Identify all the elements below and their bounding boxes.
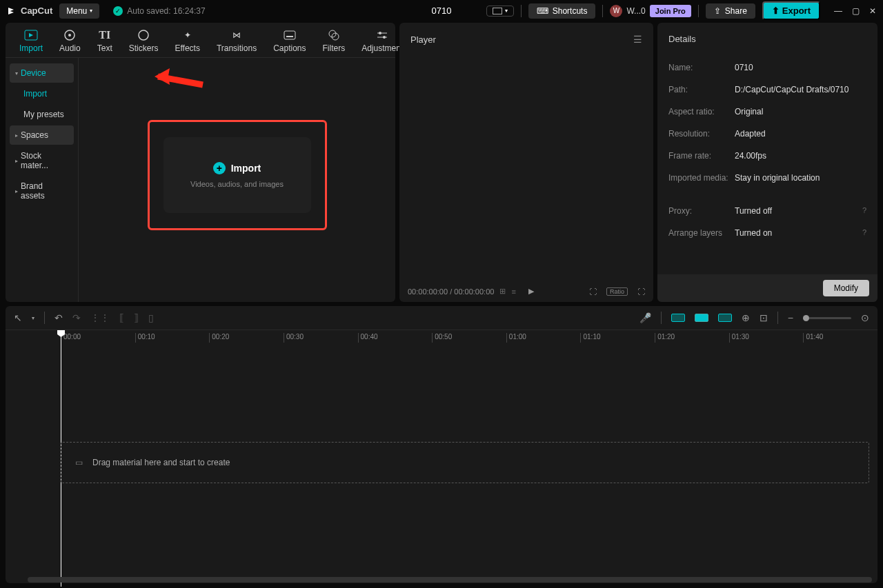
titlebar: CapCut Menu ▾ ✓ Auto saved: 16:24:37 071… — [0, 0, 883, 21]
tab-import[interactable]: Import — [11, 27, 51, 57]
modify-button[interactable]: Modify — [823, 280, 869, 296]
caret-right-icon: ▸ — [15, 188, 18, 194]
undo-button[interactable]: ↶ — [54, 312, 63, 323]
export-icon: ⬆ — [772, 6, 780, 16]
magnet-icon[interactable]: ⊕ — [742, 312, 750, 323]
tab-effects[interactable]: ✦ Effects — [166, 27, 208, 57]
aspect-ratio-button[interactable]: ▾ — [486, 6, 514, 17]
player-controls: 00:00:00:00 / 00:00:00:00 ⊞ ≡ ▶ ⛶ Ratio … — [399, 281, 653, 302]
ruler-tick: 01:10 — [580, 333, 655, 343]
svg-point-9 — [379, 32, 381, 34]
redo-button[interactable]: ↷ — [72, 312, 81, 323]
chevron-down-icon: ▾ — [90, 8, 92, 14]
play-button[interactable]: ▶ — [528, 287, 534, 296]
ruler-tick: 00:30 — [284, 333, 358, 343]
marker-tool-3[interactable] — [718, 314, 732, 322]
sidebar-import[interactable]: Import — [10, 84, 74, 103]
tab-filters[interactable]: Filters — [315, 27, 354, 57]
mic-icon[interactable]: 🎤 — [639, 312, 651, 323]
project-title: 0710 — [432, 6, 452, 16]
ratio-button[interactable]: Ratio — [606, 287, 628, 296]
list-icon[interactable]: ≡ — [511, 287, 515, 296]
tab-stickers[interactable]: Stickers — [121, 27, 167, 57]
tab-transitions[interactable]: ⋈ Transitions — [208, 27, 265, 57]
ruler-tick: 00:10 — [135, 333, 210, 343]
svg-point-3 — [139, 30, 148, 40]
caret-right-icon: ▸ — [15, 132, 18, 139]
player-menu-icon[interactable]: ☰ — [633, 34, 642, 45]
timeline-ruler[interactable]: 00:00 00:10 00:20 00:30 00:40 00:50 01:0… — [6, 330, 877, 345]
detail-fps: Frame rate:24.00fps — [668, 145, 866, 167]
tab-audio[interactable]: Audio — [51, 27, 89, 57]
shortcuts-button[interactable]: ⌨ Shortcuts — [528, 3, 596, 19]
effects-icon: ✦ — [181, 28, 195, 42]
svg-rect-4 — [284, 31, 295, 39]
help-icon[interactable]: ? — [862, 228, 866, 238]
check-icon: ✓ — [113, 6, 123, 16]
adjustment-icon — [375, 28, 389, 42]
ruler-tick: 01:30 — [729, 333, 804, 343]
zoom-out-icon[interactable]: − — [788, 312, 793, 323]
svg-rect-5 — [286, 36, 293, 37]
text-icon: TI — [98, 28, 112, 42]
top-tabs: Import Audio TI Text Stickers ✦ Effects … — [6, 23, 395, 58]
red-arrow-annotation — [155, 68, 210, 89]
close-button[interactable]: ✕ — [869, 6, 876, 16]
horizontal-scrollbar[interactable] — [28, 577, 872, 582]
split-tool[interactable]: ⋮⋮ — [90, 312, 110, 323]
user-section[interactable]: W W...0 Join Pro — [610, 5, 691, 17]
trim-left-tool[interactable]: ⟦ — [119, 312, 124, 323]
share-button[interactable]: ⇪ Share — [706, 3, 755, 19]
sidebar-stock[interactable]: ▸ Stock mater... — [10, 146, 74, 175]
grid-icon[interactable]: ⊞ — [499, 287, 506, 296]
zoom-slider[interactable] — [803, 317, 851, 319]
import-highlight-box: + Import Videos, audios, and images — [148, 120, 327, 230]
marker-tool-1[interactable] — [671, 314, 685, 322]
menu-button[interactable]: Menu ▾ — [59, 3, 99, 19]
ruler-tick: 01:40 — [803, 333, 877, 343]
svg-point-11 — [383, 36, 386, 39]
svg-point-6 — [329, 30, 336, 37]
audio-icon — [63, 28, 77, 42]
ruler-tick: 00:40 — [358, 333, 433, 343]
share-icon: ⇪ — [714, 6, 721, 16]
track-icon[interactable]: ⊡ — [760, 312, 768, 323]
plus-icon: + — [213, 162, 226, 174]
delete-tool[interactable]: ▯ — [148, 312, 154, 323]
svg-point-7 — [332, 33, 339, 40]
sidebar-spaces[interactable]: ▸ Spaces — [10, 125, 74, 145]
tab-captions[interactable]: Captions — [265, 27, 314, 57]
export-button[interactable]: ⬆ Export — [762, 1, 820, 20]
chevron-down-icon[interactable]: ▾ — [32, 315, 34, 321]
focus-icon[interactable]: ⛶ — [589, 287, 597, 296]
help-icon[interactable]: ? — [862, 206, 866, 216]
zoom-fit-icon[interactable]: ⊙ — [861, 312, 869, 323]
cursor-tool[interactable]: ↖ — [14, 312, 22, 323]
autosave-status: ✓ Auto saved: 16:24:37 — [113, 6, 205, 16]
import-icon — [24, 28, 38, 42]
trim-right-tool[interactable]: ⟧ — [134, 312, 139, 323]
import-dropzone[interactable]: + Import Videos, audios, and images — [163, 137, 311, 213]
aspect-icon — [493, 8, 502, 14]
detail-proxy: Proxy:Turned off? — [668, 200, 866, 222]
keyboard-icon: ⌨ — [537, 6, 548, 16]
player-viewport — [399, 53, 653, 281]
captions-icon — [283, 28, 297, 42]
tab-text[interactable]: TI Text — [89, 27, 121, 57]
maximize-button[interactable]: ▢ — [852, 6, 860, 16]
ruler-tick: 01:00 — [506, 333, 581, 343]
transitions-icon: ⋈ — [230, 28, 244, 42]
app-logo: CapCut — [7, 6, 52, 17]
join-pro-badge[interactable]: Join Pro — [650, 5, 691, 17]
minimize-button[interactable]: — — [834, 6, 842, 16]
sidebar-brand[interactable]: ▸ Brand assets — [10, 176, 74, 205]
marker-tool-2[interactable] — [695, 314, 708, 322]
ruler-tick: 00:50 — [432, 333, 506, 343]
sidebar-presets[interactable]: My presets — [10, 105, 74, 124]
sidebar-device[interactable]: ▾ Device — [10, 63, 74, 83]
detail-resolution: Resolution:Adapted — [668, 123, 866, 145]
detail-layers: Arrange layersTurned on? — [668, 222, 866, 244]
media-panel: Import Audio TI Text Stickers ✦ Effects … — [6, 23, 395, 302]
fullscreen-icon[interactable]: ⛶ — [637, 287, 645, 296]
track-dropzone[interactable]: ▭ Drag material here and start to create — [61, 442, 869, 483]
